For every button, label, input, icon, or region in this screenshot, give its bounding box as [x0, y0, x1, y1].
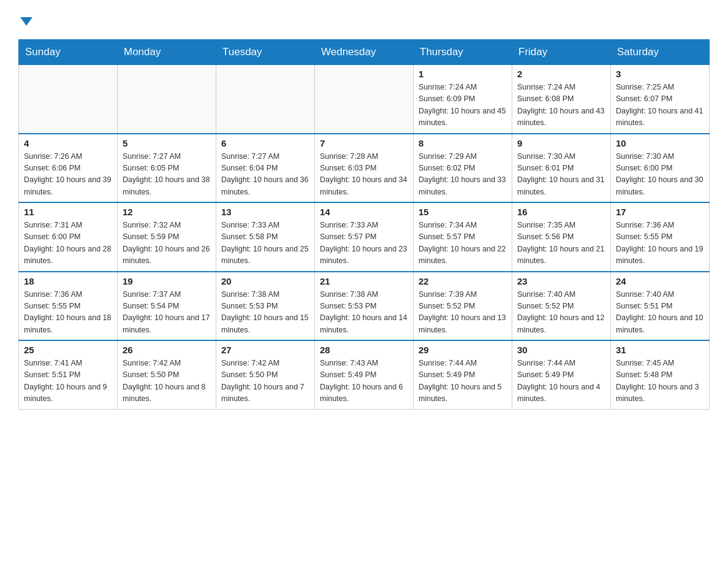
day-number: 27	[221, 345, 309, 355]
calendar-day-cell: 8Sunrise: 7:29 AMSunset: 6:02 PMDaylight…	[414, 134, 512, 203]
day-number: 12	[123, 207, 211, 217]
day-info: Sunrise: 7:37 AMSunset: 5:54 PMDaylight:…	[123, 289, 211, 337]
day-info: Sunrise: 7:34 AMSunset: 5:57 PMDaylight:…	[419, 220, 507, 267]
day-info: Sunrise: 7:45 AMSunset: 5:48 PMDaylight:…	[616, 358, 704, 405]
day-number: 31	[616, 345, 704, 355]
day-of-week-header: Sunday	[19, 40, 118, 65]
calendar-table: SundayMondayTuesdayWednesdayThursdayFrid…	[18, 39, 710, 410]
calendar-day-cell	[216, 65, 315, 134]
calendar-header-row: SundayMondayTuesdayWednesdayThursdayFrid…	[19, 40, 710, 65]
calendar-week-row: 11Sunrise: 7:31 AMSunset: 6:00 PMDayligh…	[19, 202, 710, 272]
day-number: 29	[419, 345, 507, 355]
calendar-day-cell: 31Sunrise: 7:45 AMSunset: 5:48 PMDayligh…	[611, 340, 710, 409]
calendar-day-cell: 4Sunrise: 7:26 AMSunset: 6:06 PMDaylight…	[19, 134, 118, 203]
day-info: Sunrise: 7:36 AMSunset: 5:55 PMDaylight:…	[24, 289, 112, 337]
calendar-day-cell: 26Sunrise: 7:42 AMSunset: 5:50 PMDayligh…	[118, 340, 216, 409]
day-number: 3	[616, 69, 704, 79]
day-info: Sunrise: 7:38 AMSunset: 5:53 PMDaylight:…	[320, 289, 408, 337]
day-of-week-header: Tuesday	[216, 40, 315, 65]
day-number: 22	[419, 276, 507, 286]
day-number: 23	[517, 276, 605, 286]
calendar-week-row: 1Sunrise: 7:24 AMSunset: 6:09 PMDaylight…	[19, 65, 710, 134]
day-number: 26	[123, 345, 211, 355]
logo	[18, 12, 32, 28]
calendar-day-cell: 12Sunrise: 7:32 AMSunset: 5:59 PMDayligh…	[118, 202, 216, 272]
day-info: Sunrise: 7:42 AMSunset: 5:50 PMDaylight:…	[123, 358, 211, 405]
calendar-week-row: 4Sunrise: 7:26 AMSunset: 6:06 PMDaylight…	[19, 134, 710, 203]
day-info: Sunrise: 7:36 AMSunset: 5:55 PMDaylight:…	[616, 220, 704, 267]
day-info: Sunrise: 7:24 AMSunset: 6:08 PMDaylight:…	[517, 82, 605, 129]
day-of-week-header: Monday	[118, 40, 216, 65]
calendar-day-cell: 22Sunrise: 7:39 AMSunset: 5:52 PMDayligh…	[414, 272, 512, 341]
day-number: 8	[419, 138, 507, 148]
day-info: Sunrise: 7:43 AMSunset: 5:49 PMDaylight:…	[320, 358, 408, 405]
calendar-day-cell: 21Sunrise: 7:38 AMSunset: 5:53 PMDayligh…	[315, 272, 414, 341]
calendar-day-cell: 1Sunrise: 7:24 AMSunset: 6:09 PMDaylight…	[414, 65, 512, 134]
day-number: 4	[24, 138, 112, 148]
calendar-day-cell: 11Sunrise: 7:31 AMSunset: 6:00 PMDayligh…	[19, 202, 118, 272]
day-number: 14	[320, 207, 408, 217]
day-info: Sunrise: 7:27 AMSunset: 6:04 PMDaylight:…	[221, 151, 309, 199]
day-info: Sunrise: 7:41 AMSunset: 5:51 PMDaylight:…	[24, 358, 112, 405]
day-number: 18	[24, 276, 112, 286]
day-number: 16	[517, 207, 605, 217]
day-of-week-header: Friday	[512, 40, 611, 65]
day-info: Sunrise: 7:27 AMSunset: 6:05 PMDaylight:…	[123, 151, 211, 199]
calendar-week-row: 18Sunrise: 7:36 AMSunset: 5:55 PMDayligh…	[19, 272, 710, 341]
day-info: Sunrise: 7:44 AMSunset: 5:49 PMDaylight:…	[517, 358, 605, 405]
day-info: Sunrise: 7:26 AMSunset: 6:06 PMDaylight:…	[24, 151, 112, 199]
day-info: Sunrise: 7:40 AMSunset: 5:51 PMDaylight:…	[616, 289, 704, 337]
calendar-day-cell: 18Sunrise: 7:36 AMSunset: 5:55 PMDayligh…	[19, 272, 118, 341]
calendar-day-cell: 29Sunrise: 7:44 AMSunset: 5:49 PMDayligh…	[414, 340, 512, 409]
calendar-day-cell: 9Sunrise: 7:30 AMSunset: 6:01 PMDaylight…	[512, 134, 611, 203]
day-number: 19	[123, 276, 211, 286]
day-of-week-header: Saturday	[611, 40, 710, 65]
day-of-week-header: Thursday	[414, 40, 512, 65]
calendar-day-cell: 7Sunrise: 7:28 AMSunset: 6:03 PMDaylight…	[315, 134, 414, 203]
calendar-day-cell	[118, 65, 216, 134]
calendar-day-cell: 27Sunrise: 7:42 AMSunset: 5:50 PMDayligh…	[216, 340, 315, 409]
day-number: 11	[24, 207, 112, 217]
day-number: 13	[221, 207, 309, 217]
calendar-day-cell: 20Sunrise: 7:38 AMSunset: 5:53 PMDayligh…	[216, 272, 315, 341]
day-info: Sunrise: 7:30 AMSunset: 6:01 PMDaylight:…	[517, 151, 605, 199]
day-number: 17	[616, 207, 704, 217]
calendar-day-cell: 2Sunrise: 7:24 AMSunset: 6:08 PMDaylight…	[512, 65, 611, 134]
calendar-day-cell: 23Sunrise: 7:40 AMSunset: 5:52 PMDayligh…	[512, 272, 611, 341]
day-number: 2	[517, 69, 605, 79]
day-info: Sunrise: 7:29 AMSunset: 6:02 PMDaylight:…	[419, 151, 507, 199]
calendar-day-cell	[19, 65, 118, 134]
calendar-day-cell: 30Sunrise: 7:44 AMSunset: 5:49 PMDayligh…	[512, 340, 611, 409]
calendar-day-cell: 25Sunrise: 7:41 AMSunset: 5:51 PMDayligh…	[19, 340, 118, 409]
day-info: Sunrise: 7:24 AMSunset: 6:09 PMDaylight:…	[419, 82, 507, 129]
day-number: 10	[616, 138, 704, 148]
day-number: 28	[320, 345, 408, 355]
day-number: 15	[419, 207, 507, 217]
day-info: Sunrise: 7:25 AMSunset: 6:07 PMDaylight:…	[616, 82, 704, 129]
day-info: Sunrise: 7:28 AMSunset: 6:03 PMDaylight:…	[320, 151, 408, 199]
day-number: 25	[24, 345, 112, 355]
calendar-day-cell: 17Sunrise: 7:36 AMSunset: 5:55 PMDayligh…	[611, 202, 710, 272]
day-info: Sunrise: 7:33 AMSunset: 5:57 PMDaylight:…	[320, 220, 408, 267]
day-info: Sunrise: 7:39 AMSunset: 5:52 PMDaylight:…	[419, 289, 507, 337]
calendar-day-cell: 19Sunrise: 7:37 AMSunset: 5:54 PMDayligh…	[118, 272, 216, 341]
day-number: 21	[320, 276, 408, 286]
calendar-week-row: 25Sunrise: 7:41 AMSunset: 5:51 PMDayligh…	[19, 340, 710, 409]
calendar-day-cell	[315, 65, 414, 134]
day-number: 6	[221, 138, 309, 148]
day-number: 20	[221, 276, 309, 286]
calendar-day-cell: 24Sunrise: 7:40 AMSunset: 5:51 PMDayligh…	[611, 272, 710, 341]
day-info: Sunrise: 7:40 AMSunset: 5:52 PMDaylight:…	[517, 289, 605, 337]
calendar-day-cell: 14Sunrise: 7:33 AMSunset: 5:57 PMDayligh…	[315, 202, 414, 272]
day-info: Sunrise: 7:32 AMSunset: 5:59 PMDaylight:…	[123, 220, 211, 267]
calendar-day-cell: 15Sunrise: 7:34 AMSunset: 5:57 PMDayligh…	[414, 202, 512, 272]
day-info: Sunrise: 7:30 AMSunset: 6:00 PMDaylight:…	[616, 151, 704, 199]
calendar-day-cell: 3Sunrise: 7:25 AMSunset: 6:07 PMDaylight…	[611, 65, 710, 134]
day-number: 5	[123, 138, 211, 148]
calendar-day-cell: 28Sunrise: 7:43 AMSunset: 5:49 PMDayligh…	[315, 340, 414, 409]
day-number: 30	[517, 345, 605, 355]
day-info: Sunrise: 7:31 AMSunset: 6:00 PMDaylight:…	[24, 220, 112, 267]
calendar-day-cell: 10Sunrise: 7:30 AMSunset: 6:00 PMDayligh…	[611, 134, 710, 203]
day-info: Sunrise: 7:44 AMSunset: 5:49 PMDaylight:…	[419, 358, 507, 405]
calendar-day-cell: 16Sunrise: 7:35 AMSunset: 5:56 PMDayligh…	[512, 202, 611, 272]
